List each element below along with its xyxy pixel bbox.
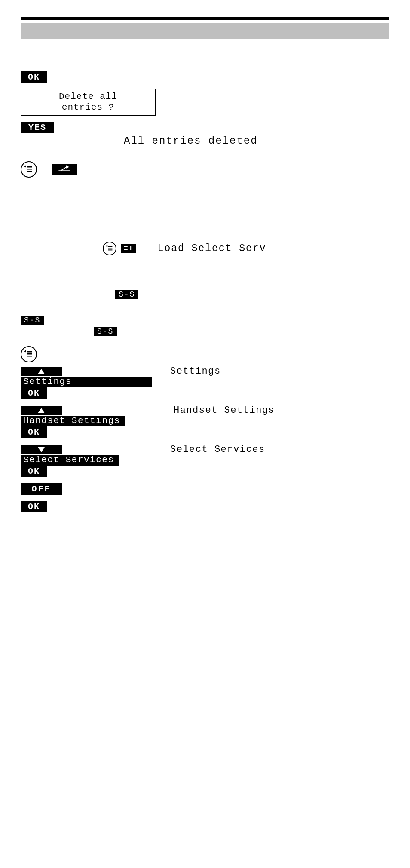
yes-button[interactable]: YES: [21, 122, 54, 133]
header-grey-bar: [21, 23, 389, 39]
svg-rect-12: [27, 351, 32, 353]
status-message: All entries deleted: [124, 135, 258, 147]
svg-marker-7: [106, 245, 107, 247]
svg-marker-17: [38, 447, 45, 452]
ss-label-2: S-S: [21, 316, 44, 325]
ok-button[interactable]: OK: [21, 71, 47, 83]
ok-button[interactable]: OK: [21, 501, 47, 512]
handset-settings-menu-item: Handset Settings: [21, 416, 125, 426]
select-services-menu-item: Select Services: [21, 455, 119, 466]
menu-add-button[interactable]: ≡+: [121, 244, 136, 253]
ss-label-1: S-S: [115, 290, 138, 299]
svg-rect-2: [27, 169, 32, 170]
svg-rect-9: [108, 248, 113, 249]
header-rule-thick: [21, 17, 389, 20]
svg-rect-3: [27, 171, 32, 172]
ok-button[interactable]: OK: [21, 426, 47, 438]
nav-down-button[interactable]: [21, 445, 62, 454]
dialog-line-1: Delete all: [23, 91, 153, 102]
menu-icon[interactable]: [21, 346, 37, 362]
svg-marker-15: [38, 369, 45, 374]
svg-marker-0: [24, 165, 26, 168]
info-box-bottom: [21, 530, 389, 586]
svg-rect-13: [27, 353, 32, 355]
menu-icon[interactable]: [103, 242, 116, 255]
footer-rule: [21, 835, 389, 835]
arrow-return-button[interactable]: [52, 164, 77, 175]
svg-rect-8: [108, 246, 113, 247]
svg-rect-14: [27, 356, 32, 357]
settings-menu-item: Settings: [21, 377, 152, 387]
dialog-line-2: entries ?: [23, 102, 153, 113]
off-button[interactable]: OFF: [21, 483, 62, 495]
ok-button[interactable]: OK: [21, 387, 47, 399]
menu-icon[interactable]: [21, 161, 37, 178]
settings-desc: Settings: [170, 366, 221, 377]
header-rule-thin: [21, 41, 389, 41]
nav-up-button[interactable]: [21, 406, 62, 415]
svg-marker-16: [38, 408, 45, 413]
svg-rect-1: [27, 166, 32, 168]
load-select-serv-label: Load Select Serv: [158, 243, 266, 254]
svg-marker-6: [66, 165, 69, 169]
svg-marker-11: [24, 350, 26, 353]
svg-rect-10: [108, 250, 113, 251]
ok-button[interactable]: OK: [21, 466, 47, 477]
nav-up-button[interactable]: [21, 367, 62, 376]
select-services-desc: Select Services: [170, 444, 265, 455]
ss-label-3: S-S: [94, 327, 117, 336]
handset-settings-desc: Handset Settings: [174, 405, 275, 416]
info-box-top: ≡+ Load Select Serv: [21, 200, 389, 273]
confirm-dialog: Delete all entries ?: [21, 89, 156, 116]
